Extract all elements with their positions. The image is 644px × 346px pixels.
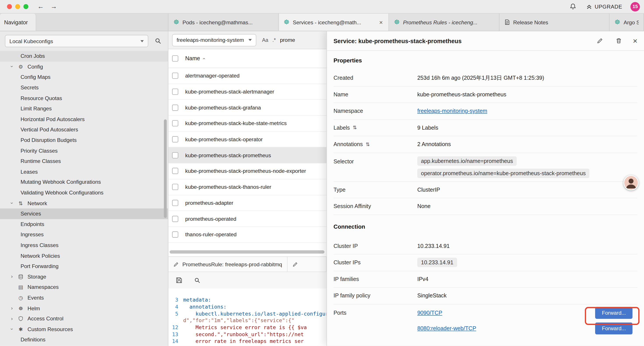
sidebar-item-config-maps[interactable]: Config Maps [0,72,168,82]
port-link-8080[interactable]: 8080:reloader-web/TCP [417,326,476,332]
table-row[interactable]: alertmanager-operated [168,68,326,84]
search-icon[interactable] [153,36,163,46]
pencil-icon [292,262,298,267]
sidebar-item-secrets[interactable]: Secrets [0,82,168,93]
kubeconfig-select[interactable]: Local Kubeconfigs [5,35,148,47]
sidebar-item-port-forwarding[interactable]: Port Forwarding [0,261,168,271]
minimize-window-button[interactable] [15,4,20,9]
sidebar-item-resource-quotas[interactable]: Resource Quotas [0,93,168,103]
sidebar-item-network[interactable]: ›⇅Network [0,198,168,209]
sidebar-item-events[interactable]: ◷Events [0,292,168,303]
zoom-window-button[interactable] [24,4,28,9]
table-row[interactable]: kube-prometheus-stack-grafana [168,100,326,116]
service-name: kube-prometheus-stack-thanos-ruler [185,184,271,190]
connection-row-ip-families: IP families IPv4 [334,271,638,288]
select-all-checkbox[interactable] [172,55,178,61]
horizontal-scrollbar[interactable] [170,250,324,254]
row-checkbox[interactable] [172,168,178,174]
table-row[interactable]: thanos-ruler-operated [168,227,326,243]
row-checkbox[interactable] [172,200,178,206]
dock-tab-partial[interactable] [287,257,326,272]
row-checkbox[interactable] [172,232,178,238]
sidebar-item-label: Storage [28,274,46,280]
row-checkbox[interactable] [172,120,178,127]
row-checkbox[interactable] [172,216,178,222]
row-checkbox[interactable] [172,184,178,190]
table-row[interactable]: prometheus-operated [168,211,326,227]
tab-pods[interactable]: ☸ Pods - icecheng@mathmas... [168,13,278,31]
sidebar-item-leases[interactable]: Leases [0,166,168,177]
dock-tab-prometheusrule[interactable]: PrometheusRule: freeleaps-prod-rabbitmq [168,257,287,272]
sidebar-item-services[interactable]: Services [0,209,168,219]
row-checkbox[interactable] [172,136,178,142]
property-row-namespace: Namespace freeleaps-monitoring-system [334,103,638,120]
forward-button[interactable]: Forward... [595,307,632,319]
sidebar-item-access-control[interactable]: ›Access Control [0,313,168,324]
sidebar-item-network-policies[interactable]: Network Policies [0,250,168,261]
table-row[interactable]: prometheus-adapter [168,195,326,211]
sidebar-item-endpoints[interactable]: Endpoints [0,219,168,230]
sidebar-item-priority-classes[interactable]: Priority Classes [0,145,168,156]
name-column-header[interactable]: Name › [185,55,204,61]
search-icon[interactable] [192,275,202,285]
table-row-selected[interactable]: kube-prometheus-stack-prometheus [168,147,326,163]
table-row[interactable]: kube-prometheus-stack-kube-state-metrics [168,116,326,132]
sidebar-scrollbar[interactable] [164,119,167,218]
close-icon[interactable]: × [633,37,638,45]
table-row[interactable]: kube-prometheus-stack-alertmanager [168,84,326,100]
sidebar-item-cron-jobs[interactable]: Cron Jobs [0,51,168,61]
back-button[interactable]: ← [38,3,44,10]
row-checkbox[interactable] [172,152,178,158]
sidebar-item-vertical-pod-autoscalers[interactable]: Vertical Pod Autoscalers [0,124,168,135]
sidebar-item-storage[interactable]: ›Storage [0,271,168,282]
tab-services[interactable]: ☸ Services - icecheng@math... × [278,13,389,31]
save-icon[interactable] [174,275,184,285]
table-row[interactable]: kube-prometheus-stack-operator [168,132,326,147]
sidebar-item-horizontal-pod-autoscalers[interactable]: Horizontal Pod Autoscalers [0,114,168,124]
table-row[interactable]: kube-prometheus-stack-prometheus-node-ex… [168,163,326,179]
expand-toggle-icon[interactable]: ⇅ [353,125,357,130]
sidebar-item-helm[interactable]: ›☸Helm [0,303,168,313]
service-name: kube-prometheus-stack-alertmanager [185,89,274,95]
table-row[interactable]: kube-prometheus-stack-thanos-ruler [168,179,326,195]
sidebar-item-runtime-classes[interactable]: Runtime Classes [0,156,168,166]
tab-argo[interactable]: ☸ Argo S [610,13,644,31]
scrollbar-thumb[interactable] [170,250,324,254]
yaml-editor[interactable]: 3metadata: 4 annotations: 5 kubectl.kube… [168,288,326,346]
close-tab-icon[interactable]: × [378,19,384,25]
edit-pencil-icon[interactable] [595,36,605,46]
row-checkbox[interactable] [172,104,178,111]
delete-trash-icon[interactable] [614,36,624,46]
port-link-9090[interactable]: 9090/TCP [417,310,442,316]
regex-toggle[interactable]: .* [272,37,276,43]
sidebar-item-limit-ranges[interactable]: Limit Ranges [0,103,168,114]
forward-button[interactable]: Forward... [595,323,632,335]
forward-button[interactable]: → [50,3,57,10]
expand-toggle-icon[interactable]: ⇅ [366,141,370,147]
sidebar-item-validating-webhook-configurations[interactable]: Validating Webhook Configurations [0,187,168,198]
sidebar-item-ingresses[interactable]: Ingresses [0,230,168,240]
notifications-bell-icon[interactable] [568,1,578,11]
sidebar-item-pod-disruption-budgets[interactable]: Pod Disruption Budgets [0,135,168,145]
close-window-button[interactable] [7,4,12,9]
namespace-link[interactable]: freeleaps-monitoring-system [417,108,487,114]
sidebar-item-namespaces[interactable]: ▤Namespaces [0,282,168,292]
avatar[interactable] [624,175,638,190]
sidebar-item-custom-resources[interactable]: ›✱Custom Resources [0,324,168,335]
tab-release-notes[interactable]: Release Notes [499,13,610,31]
network-arrows-icon: ⇅ [18,200,24,206]
row-checkbox[interactable] [172,73,178,79]
sidebar-item-mutating-webhook-configurations[interactable]: Mutating Webhook Configurations [0,177,168,187]
upgrade-button[interactable]: UPGRADE [586,3,622,10]
line-number: 4 [168,304,183,310]
sidebar-item-ingress-classes[interactable]: Ingress Classes [0,240,168,251]
sidebar-item-definitions[interactable]: Definitions [0,335,168,345]
namespace-select[interactable]: freeleaps-monitoring-system [172,34,256,46]
row-checkbox[interactable] [172,89,178,95]
navigator-panel-tab[interactable]: Navigator [0,13,36,31]
match-case-toggle[interactable]: Aa [262,37,268,43]
notification-count-badge[interactable]: 15 [630,2,640,11]
search-input[interactable]: Aa .* prome [262,37,295,43]
sidebar-item-config[interactable]: ›⚙Config [0,61,168,72]
tab-prometheus-rules[interactable]: ☸ Prometheus Rules - icecheng... [389,13,499,31]
